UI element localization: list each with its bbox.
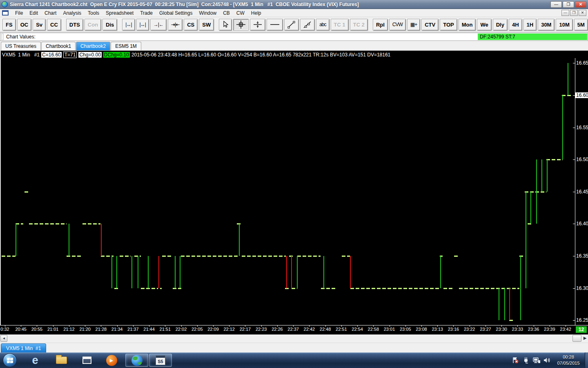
- crosshair-tool-button[interactable]: [233, 19, 249, 31]
- menu-file[interactable]: File: [12, 9, 26, 17]
- child-minimize-button[interactable]: —: [561, 10, 569, 16]
- chart-region[interactable]: VXM5 1 Min #1C=16.60T=71Chg=0.00DChg=0.1…: [0, 51, 588, 334]
- dly-button[interactable]: Dly: [493, 19, 508, 31]
- bar-period-increase-button[interactable]: ⇥|⇤: [168, 19, 183, 31]
- trade-window-button[interactable]: ▦+: [407, 19, 420, 31]
- top-button[interactable]: TOP: [440, 19, 457, 31]
- dts-button[interactable]: DTS: [66, 19, 83, 31]
- price-label: 16.50: [576, 157, 588, 162]
- time-label: 20:55: [31, 327, 43, 332]
- bar-dash-run: [350, 288, 440, 289]
- mon-button[interactable]: Mon: [459, 19, 476, 31]
- time-label: 22:26: [272, 327, 283, 332]
- menu-help[interactable]: Help: [248, 9, 265, 17]
- time-tick: [213, 325, 214, 327]
- media-player-taskbar-button[interactable]: ▶: [100, 354, 123, 367]
- ie-taskbar-button[interactable]: e: [24, 354, 47, 367]
- tab-esm5-1m[interactable]: ESM5 1M: [111, 42, 141, 50]
- tab-chartbook2[interactable]: Chartbook2: [76, 42, 110, 50]
- 30m-button[interactable]: 30M: [538, 19, 555, 31]
- fs-button[interactable]: FS: [2, 19, 16, 31]
- time-label: 21:28: [96, 327, 107, 332]
- taskbar-clock[interactable]: 00:28 07/05/2015: [553, 354, 584, 366]
- app-globe-icon: [2, 1, 8, 7]
- horizontal-scrollbar[interactable]: ◄ ▶: [0, 334, 588, 343]
- we-button[interactable]: We: [477, 19, 491, 31]
- start-button[interactable]: [3, 353, 17, 367]
- extended-line-tool-button[interactable]: [300, 19, 315, 31]
- tab-us-treasuries[interactable]: US Treasuries: [1, 42, 41, 50]
- volume-icon[interactable]: [542, 356, 552, 364]
- show-desktop-button[interactable]: [585, 352, 588, 368]
- time-label: 22:48: [320, 327, 331, 332]
- scroll-left-button[interactable]: ◄: [0, 335, 7, 342]
- tab-chartbook1[interactable]: Chartbook1: [41, 42, 76, 50]
- power-plug-icon[interactable]: [521, 356, 531, 364]
- bar-dash-run: [120, 256, 131, 257]
- extended-line-icon: [303, 20, 312, 29]
- sv-button[interactable]: Sv: [33, 19, 46, 31]
- 1h-button[interactable]: 1H: [523, 19, 537, 31]
- status-segment: VXM5 1 Min #1: [2, 52, 40, 58]
- menu-cw[interactable]: CW: [233, 9, 248, 17]
- tc2-button[interactable]: TC 2: [350, 19, 368, 31]
- text-tool-button[interactable]: abc: [316, 19, 329, 31]
- cvw-button[interactable]: CVW: [389, 19, 406, 31]
- menu-window[interactable]: Window: [196, 9, 220, 17]
- sw-button[interactable]: SW: [199, 19, 214, 31]
- cc-button[interactable]: CC: [47, 19, 61, 31]
- 10m-button[interactable]: 10M: [556, 19, 572, 31]
- bar-dash-run: [454, 256, 459, 257]
- toolbar-separator: [215, 17, 219, 32]
- bar-spacing-increase-button[interactable]: |↔|: [136, 19, 149, 31]
- time-tick: [53, 325, 53, 327]
- menu-global-settings[interactable]: Global Settings: [156, 9, 196, 17]
- time-label: 22:09: [207, 327, 219, 332]
- horizontal-line-tool-button[interactable]: [267, 19, 283, 31]
- menu-edit[interactable]: Edit: [26, 9, 41, 17]
- scroll-right-button[interactable]: ▶: [582, 335, 588, 342]
- child-restore-button[interactable]: ❐: [570, 10, 578, 16]
- bar-range-line: [568, 63, 568, 95]
- time-label: 21:12: [63, 327, 75, 332]
- network-status-icon[interactable]: [532, 356, 541, 364]
- trendline-tool-button[interactable]: [284, 19, 299, 31]
- bar-range-line: [111, 256, 112, 288]
- toolbar: FSOCSvCCDTSConDis|↔||↔|→|←⇥|⇤CSSWabcTC 1…: [0, 17, 588, 32]
- close-button[interactable]: ✕: [575, 1, 586, 8]
- pointer-tool-button[interactable]: [219, 19, 232, 31]
- app-window-taskbar-button[interactable]: [76, 354, 98, 367]
- ctv-button[interactable]: CTV: [421, 19, 439, 31]
- scrollbar-thumb[interactable]: [572, 335, 581, 342]
- status-segment: C=16.60: [41, 52, 62, 58]
- tc1-button[interactable]: TC 1: [331, 19, 349, 31]
- oc-button[interactable]: OC: [17, 19, 32, 31]
- 4h-button[interactable]: 4H: [509, 19, 522, 31]
- action-center-flag-icon[interactable]: [510, 356, 520, 364]
- folder-taskbar-button[interactable]: [50, 354, 73, 367]
- bar-range-line: [504, 288, 505, 320]
- bar-spacing-decrease-button[interactable]: |↔|: [122, 19, 135, 31]
- cs-button[interactable]: CS: [184, 19, 198, 31]
- s5-trader-taskbar-button[interactable]: S5: [149, 354, 172, 367]
- menu-spreadsheet[interactable]: Spreadsheet: [102, 9, 137, 17]
- minimize-button[interactable]: —: [550, 1, 562, 8]
- con-button[interactable]: Con: [85, 19, 101, 31]
- chart-window-tab[interactable]: VXM5 1 Min #1: [1, 343, 46, 353]
- bar-period-decrease-button[interactable]: →|←: [150, 19, 167, 31]
- menu-chart[interactable]: Chart: [41, 9, 60, 17]
- child-close-button[interactable]: ✕: [579, 10, 586, 16]
- menu-analysis[interactable]: Analysis: [60, 9, 85, 17]
- 5m-button[interactable]: 5M: [574, 19, 588, 31]
- menu-trade[interactable]: Trade: [137, 9, 156, 17]
- price-tick: [573, 159, 575, 160]
- dis-button[interactable]: Dis: [102, 19, 117, 31]
- price-tick: [573, 320, 575, 321]
- rpl-button[interactable]: Rpl: [373, 19, 388, 31]
- menu-tools[interactable]: Tools: [85, 9, 102, 17]
- menu-cb[interactable]: CB: [220, 9, 233, 17]
- sierra-chart-globe-taskbar-button[interactable]: [125, 354, 148, 367]
- price-marker-tool-button[interactable]: [250, 19, 265, 31]
- restore-button[interactable]: ❐: [563, 1, 574, 8]
- time-tick: [229, 325, 229, 327]
